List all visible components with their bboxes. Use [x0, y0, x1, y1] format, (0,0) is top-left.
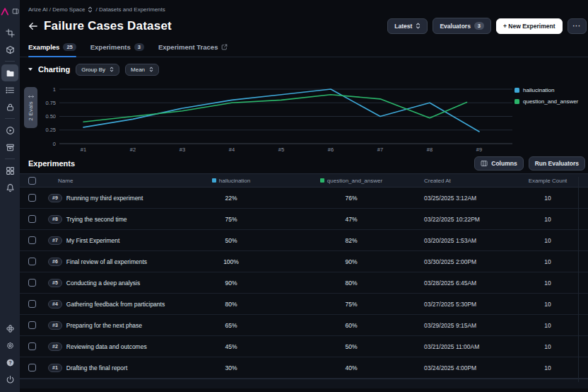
svg-text:#9: #9 — [476, 146, 482, 153]
group-by-select[interactable]: Group By — [76, 64, 119, 76]
svg-text:#4: #4 — [229, 146, 235, 153]
column-header-name[interactable]: Name — [58, 178, 73, 184]
sidebar-item-models[interactable] — [1, 41, 18, 58]
sidebar-item-playground[interactable] — [1, 122, 18, 139]
column-header-created-at[interactable]: Created At — [424, 178, 451, 184]
svg-text:#6: #6 — [328, 146, 334, 153]
column-header-question-and-answer[interactable]: question_and_answer — [327, 178, 382, 184]
breadcrumb-section[interactable]: / Datasets and Experiments — [95, 6, 165, 13]
arrows-left-right-icon — [28, 94, 34, 99]
sidebar-item-logout[interactable] — [1, 371, 18, 388]
table-row[interactable]: #7My First Experiment50%82%03/20/2025 1:… — [20, 230, 588, 251]
column-header-hallucination[interactable]: hallucination — [219, 178, 250, 184]
more-options-button[interactable]: ··· — [568, 18, 587, 34]
table-row[interactable]: #2Reviewing data and outcomes45%50%03/21… — [20, 336, 588, 357]
sidebar-item-settings[interactable] — [1, 337, 18, 354]
example-count: 10 — [507, 301, 588, 308]
question-and-answer-score: 75% — [284, 301, 418, 308]
back-arrow-icon[interactable] — [28, 22, 38, 30]
svg-text:#2: #2 — [130, 146, 136, 153]
row-checkbox[interactable] — [28, 321, 36, 329]
hallucination-score: 100% — [178, 258, 284, 265]
row-checkbox[interactable] — [28, 215, 36, 223]
svg-text:0: 0 — [53, 141, 56, 147]
row-checkbox[interactable] — [28, 300, 36, 308]
legend-item[interactable]: hallucination — [514, 87, 578, 93]
sidebar-item-alerts[interactable] — [1, 179, 18, 196]
row-checkbox[interactable] — [28, 194, 36, 202]
experiment-name[interactable]: Drafting the final report — [66, 364, 127, 371]
sidebar-item-archive[interactable] — [1, 139, 18, 156]
table-row[interactable]: #9Running my third experiment22%76%03/25… — [20, 188, 588, 209]
legend-swatch — [514, 88, 519, 93]
experiment-name[interactable]: Gathering feedback from participants — [66, 301, 165, 308]
evaluators-button[interactable]: Evaluators 3 — [433, 18, 491, 34]
table-row[interactable]: #4Gathering feedback from participants80… — [20, 294, 588, 315]
breadcrumb: Arize AI / Demo Space / Datasets and Exp… — [20, 0, 588, 13]
row-checkbox[interactable] — [28, 236, 36, 244]
table-row[interactable]: #8Trying the second time75%47%03/22/2025… — [20, 209, 588, 230]
tab-experiment-traces-label: Experiment Traces — [158, 43, 218, 51]
sidebar-item-copilot[interactable] — [1, 320, 18, 337]
row-checkbox[interactable] — [28, 279, 36, 287]
experiment-name[interactable]: Conducting a deep analysis — [66, 279, 140, 287]
chevron-up-down-icon — [149, 67, 153, 72]
column-header-example-count[interactable]: Example Count — [529, 178, 568, 184]
experiment-number-badge: #8 — [48, 215, 62, 224]
sidebar-item-tracing[interactable] — [1, 24, 18, 41]
experiment-number-badge: #3 — [48, 321, 62, 330]
experiment-number-badge: #7 — [48, 236, 62, 245]
question-and-answer-score: 90% — [284, 258, 418, 265]
sidebar-divider — [5, 118, 15, 119]
sidebar-item-prompts[interactable] — [1, 81, 18, 98]
example-count: 10 — [507, 216, 588, 223]
columns-icon — [481, 160, 488, 167]
legend-item[interactable]: question_and_answer — [514, 98, 578, 105]
row-checkbox[interactable] — [28, 258, 36, 265]
experiment-name[interactable]: Reviewing data and outcomes — [66, 343, 147, 350]
table-row[interactable]: #6Final review of all experiments100%90%… — [20, 251, 588, 272]
hallucination-score: 22% — [178, 195, 284, 202]
sidebar-item-help[interactable]: ? — [1, 354, 18, 371]
row-checkbox[interactable] — [28, 364, 36, 371]
caret-down-icon[interactable] — [28, 68, 33, 71]
sidebar-item-dashboards[interactable] — [1, 162, 18, 179]
experiment-name[interactable]: Preparing for the next phase — [66, 322, 142, 329]
experiment-name[interactable]: Running my third experiment — [66, 195, 143, 202]
created-at: 03/25/2025 3:12AM — [418, 195, 507, 202]
app-sidebar: ? — [0, 0, 20, 392]
panel-toggle-icon[interactable] — [11, 3, 20, 20]
created-at: 03/21/2025 11:00AM — [418, 343, 507, 350]
sidebar-item-vault[interactable] — [1, 98, 18, 115]
created-at: 03/29/2025 9:15AM — [418, 322, 507, 329]
svg-text:1: 1 — [53, 86, 56, 93]
table-row[interactable]: #1Drafting the final report30%40%03/24/2… — [20, 357, 588, 379]
select-all-checkbox[interactable] — [28, 177, 36, 185]
chevron-up-down-icon — [88, 6, 93, 13]
tab-examples[interactable]: Examples 25 — [28, 43, 76, 57]
row-checkbox[interactable] — [28, 342, 36, 350]
sidebar-item-datasets[interactable] — [1, 64, 18, 81]
tab-experiment-traces[interactable]: Experiment Traces — [158, 43, 228, 57]
svg-text:#8: #8 — [427, 146, 433, 153]
experiment-name[interactable]: My First Experiment — [66, 237, 120, 244]
experiment-name[interactable]: Trying the second time — [66, 216, 127, 223]
evals-chart-section: 2 Evals 00.250.500.751#1#2#3#4#5#6#7#8#9… — [20, 80, 588, 154]
table-row[interactable]: #5Conducting a deep analysis90%80%03/28/… — [20, 272, 588, 294]
tab-experiments[interactable]: Experiments 3 — [90, 43, 144, 57]
evaluators-button-label: Evaluators — [440, 23, 470, 30]
dataset-tabs: Examples 25 Experiments 3 Experiment Tra… — [20, 40, 588, 57]
new-experiment-button[interactable]: + New Experiment — [496, 18, 562, 34]
breadcrumb-space[interactable]: Arize AI / Demo Space — [28, 6, 85, 13]
columns-button[interactable]: Columns — [474, 156, 523, 171]
svg-text:0.50: 0.50 — [45, 113, 56, 120]
latest-select[interactable]: Latest — [387, 18, 428, 34]
aggregation-select[interactable]: Mean — [125, 64, 159, 76]
run-evaluators-button[interactable]: Run Evaluators — [529, 156, 585, 171]
experiment-name[interactable]: Final review of all experiments — [66, 258, 147, 265]
example-count: 10 — [507, 279, 588, 287]
table-row[interactable]: #3Preparing for the next phase65%60%03/2… — [20, 315, 588, 336]
legend-swatch — [514, 99, 519, 104]
hallucination-score: 80% — [178, 301, 284, 308]
evals-drawer-tab[interactable]: 2 Evals — [24, 87, 37, 128]
